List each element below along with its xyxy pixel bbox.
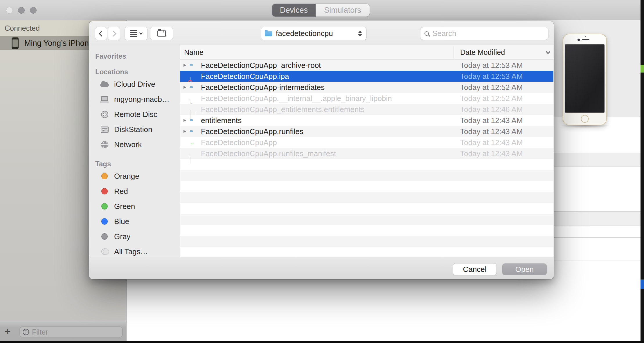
- file-name: FaceDetectionCpuApp_entitlements.entitle…: [201, 104, 365, 115]
- file-name: entitlements: [201, 115, 242, 126]
- sidebar-item-orange[interactable]: Orange: [89, 169, 180, 184]
- sidebar-item-label: Blue: [114, 217, 129, 226]
- column-header-name[interactable]: Name: [184, 45, 204, 59]
- dialog-toolbar: facedetectioncpu: [89, 21, 554, 45]
- file-date-modified: Today at 12:53 AM: [460, 60, 523, 71]
- filter-field[interactable]: [19, 326, 123, 337]
- desktop-screenshot: Devices Simulators Connected Ming Yong’s…: [0, 0, 644, 343]
- column-header-date-modified[interactable]: Date Modified: [460, 45, 505, 59]
- search-input[interactable]: [432, 29, 539, 38]
- sidebar-item-red[interactable]: Red: [89, 184, 180, 199]
- close-button[interactable]: [6, 7, 13, 14]
- sidebar-item-label: mgyong-macb…: [114, 95, 170, 104]
- empty-list-row: [180, 236, 553, 247]
- sidebar-item-mgyong-macb[interactable]: mgyong-macb…: [89, 92, 180, 107]
- empty-list-row: [180, 159, 553, 170]
- file-date-modified: Today at 12:52 AM: [460, 93, 523, 104]
- sidebar-item-green[interactable]: Green: [89, 199, 180, 214]
- iphone-icon: [12, 37, 19, 49]
- cancel-button[interactable]: Cancel: [453, 263, 497, 275]
- sidebar-item-label: iCloud Drive: [114, 80, 155, 89]
- table-row[interactable]: entitlementsToday at 12:43 AM: [180, 115, 553, 126]
- minimize-button[interactable]: [18, 7, 25, 14]
- sidebar-section-title: Favorites: [89, 53, 180, 60]
- search-icon: [424, 31, 429, 36]
- disclosure-triangle-icon[interactable]: [184, 64, 186, 67]
- table-row[interactable]: FaceDetectionCpuAppToday at 12:43 AM: [180, 137, 553, 148]
- empty-list-row: [180, 192, 553, 203]
- device-screen: [565, 44, 605, 113]
- tag-color-icon: [101, 203, 108, 210]
- file-date-modified: Today at 12:52 AM: [460, 82, 523, 93]
- file-date-modified: Today at 12:43 AM: [460, 126, 523, 137]
- zoom-button[interactable]: [30, 7, 37, 14]
- view-options-button[interactable]: [125, 27, 147, 40]
- empty-list-row: [180, 247, 553, 257]
- sidebar-item-blue[interactable]: Blue: [89, 214, 180, 229]
- laptop-icon: [101, 96, 108, 101]
- sidebar-item-all-tags[interactable]: All Tags…: [89, 244, 180, 257]
- table-row[interactable]: FaceDetectionCpuApp.runfilesToday at 12:…: [180, 126, 553, 137]
- file-name: FaceDetectionCpuApp_archive-root: [201, 60, 321, 71]
- chevron-left-icon: [99, 31, 105, 37]
- sidebar-section-title: Locations: [89, 68, 180, 76]
- file-name: FaceDetectionCpuApp.ipa: [201, 71, 289, 82]
- tag-color-icon: [101, 218, 108, 225]
- empty-list-row: [180, 203, 553, 214]
- tag-color-icon: [101, 233, 108, 240]
- file-name: FaceDetectionCpuApp: [201, 137, 277, 148]
- desktop-edge-sliver: [641, 65, 644, 73]
- sidebar-item-label: All Tags…: [114, 247, 148, 256]
- file-date-modified: Today at 12:43 AM: [460, 115, 523, 126]
- location-popup[interactable]: facedetectioncpu: [261, 27, 366, 40]
- column-divider[interactable]: [454, 46, 454, 58]
- disclosure-triangle-icon[interactable]: [184, 119, 186, 122]
- all-tags-icon: [101, 248, 108, 255]
- desktop-edge-right: [641, 0, 644, 343]
- forward-button[interactable]: [108, 27, 120, 40]
- file-date-modified: Today at 12:53 AM: [460, 71, 523, 82]
- device-name: Ming Yong’s iPhone: [24, 39, 93, 48]
- desktop-edge-sliver: [641, 279, 644, 289]
- filter-icon: [23, 329, 29, 335]
- sidebar-item-diskstation[interactable]: DiskStation: [89, 122, 180, 137]
- disclosure-triangle-icon[interactable]: [184, 130, 186, 133]
- open-button[interactable]: Open: [502, 263, 547, 275]
- sidebar-item-icloud-drive[interactable]: iCloud Drive: [89, 77, 180, 92]
- table-row[interactable]: FaceDetectionCpuApp_entitlements.entitle…: [180, 104, 553, 115]
- disclosure-triangle-icon[interactable]: [184, 86, 186, 89]
- file-name: FaceDetectionCpuApp-intermediates: [201, 82, 325, 93]
- globe-icon: [101, 141, 108, 148]
- back-button[interactable]: [95, 27, 107, 40]
- sidebar-section-locations: LocationsiCloud Drivemgyong-macb…Remote …: [89, 68, 180, 152]
- sidebar-item-remote-disc[interactable]: Remote Disc: [89, 107, 180, 122]
- search-field[interactable]: [420, 27, 548, 40]
- filter-input[interactable]: [31, 328, 113, 337]
- sidebar-section-favorites: Favorites: [89, 53, 180, 60]
- devices-simulators-segmented-control: Devices Simulators: [272, 4, 370, 17]
- tab-simulators[interactable]: Simulators: [316, 4, 370, 17]
- sidebar-item-network[interactable]: Network: [89, 137, 180, 152]
- sidebar-item-gray[interactable]: Gray: [89, 229, 180, 244]
- new-folder-button[interactable]: [150, 27, 173, 40]
- add-device-button[interactable]: +: [5, 325, 11, 338]
- file-date-modified: Today at 12:46 AM: [460, 104, 523, 115]
- table-row[interactable]: FaceDetectionCpuApp.ipaToday at 12:53 AM: [180, 71, 553, 82]
- table-row[interactable]: FaceDetectionCpuApp-intermediatesToday a…: [180, 82, 553, 93]
- popup-chevrons-icon: [358, 31, 362, 37]
- file-date-modified: Today at 12:43 AM: [460, 148, 523, 159]
- table-row[interactable]: FaceDetectionCpuApp.runfiles_manifestTod…: [180, 148, 553, 159]
- file-name: FaceDetectionCpuApp.runfiles: [201, 126, 303, 137]
- sidebar-section-tags: TagsOrangeRedGreenBlueGrayAll Tags…: [89, 160, 180, 257]
- sidebar-item-label: Orange: [114, 172, 139, 181]
- table-row[interactable]: FaceDetectionCpuApp.__internal__.apple_b…: [180, 93, 553, 104]
- table-row[interactable]: FaceDetectionCpuApp_archive-rootToday at…: [180, 60, 553, 71]
- tab-devices[interactable]: Devices: [272, 4, 316, 17]
- chevron-right-icon: [111, 31, 116, 37]
- open-file-dialog: facedetectioncpu FavoritesLocationsiClou…: [89, 21, 554, 279]
- sidebar-section-title: Tags: [89, 160, 180, 168]
- new-folder-icon: [157, 30, 166, 37]
- current-location: facedetectioncpu: [276, 29, 333, 38]
- empty-list-row: [180, 181, 553, 192]
- folder-icon: [265, 31, 272, 36]
